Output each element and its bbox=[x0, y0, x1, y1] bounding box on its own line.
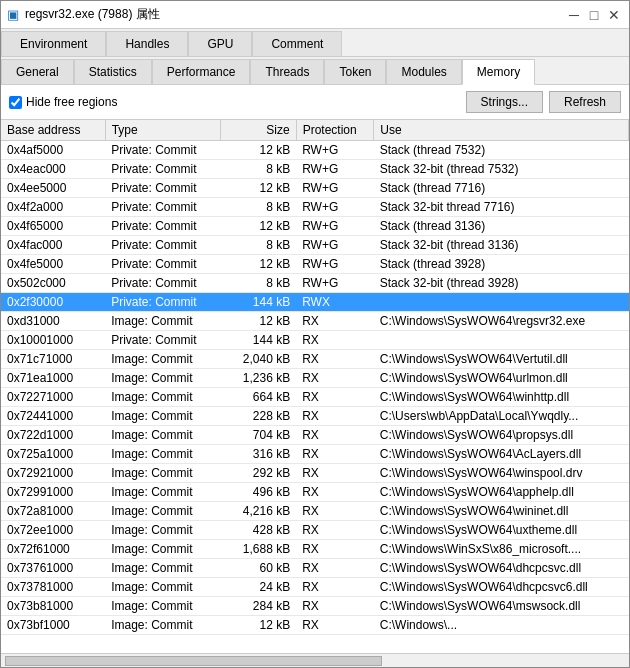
table-cell: Private: Commit bbox=[105, 293, 221, 312]
table-row[interactable]: 0x73bf1000Image: Commit12 kBRXC:\Windows… bbox=[1, 616, 629, 635]
horizontal-scrollbar[interactable] bbox=[1, 653, 629, 667]
tab-performance[interactable]: Performance bbox=[152, 59, 251, 84]
table-cell: RW+G bbox=[296, 179, 374, 198]
table-cell: 0x4ee5000 bbox=[1, 179, 105, 198]
table-cell: Image: Commit bbox=[105, 578, 221, 597]
tab-general[interactable]: General bbox=[1, 59, 74, 84]
col-header-prot[interactable]: Protection bbox=[296, 120, 374, 141]
table-row[interactable]: 0x4af5000Private: Commit12 kBRW+GStack (… bbox=[1, 141, 629, 160]
refresh-button[interactable]: Refresh bbox=[549, 91, 621, 113]
table-cell: C:\Windows\SysWOW64\AcLayers.dll bbox=[374, 445, 629, 464]
table-cell: 704 kB bbox=[221, 426, 296, 445]
table-cell: C:\Windows\SysWOW64\propsys.dll bbox=[374, 426, 629, 445]
table-cell: Image: Commit bbox=[105, 312, 221, 331]
table-cell: 0x502c000 bbox=[1, 274, 105, 293]
table-row[interactable]: 0x2f30000Private: Commit144 kBRWX bbox=[1, 293, 629, 312]
table-cell: Private: Commit bbox=[105, 331, 221, 350]
table-cell: Private: Commit bbox=[105, 198, 221, 217]
table-cell: RWX bbox=[296, 293, 374, 312]
table-row[interactable]: 0x73781000Image: Commit24 kBRXC:\Windows… bbox=[1, 578, 629, 597]
table-row[interactable]: 0x72f61000Image: Commit1,688 kBRXC:\Wind… bbox=[1, 540, 629, 559]
table-cell: Image: Commit bbox=[105, 540, 221, 559]
tab-token[interactable]: Token bbox=[324, 59, 386, 84]
table-row[interactable]: 0x71c71000Image: Commit2,040 kBRXC:\Wind… bbox=[1, 350, 629, 369]
table-row[interactable]: 0x4f65000Private: Commit12 kBRW+GStack (… bbox=[1, 217, 629, 236]
tab-modules[interactable]: Modules bbox=[386, 59, 461, 84]
table-row[interactable]: 0xd31000Image: Commit12 kBRXC:\Windows\S… bbox=[1, 312, 629, 331]
table-row[interactable]: 0x71ea1000Image: Commit1,236 kBRXC:\Wind… bbox=[1, 369, 629, 388]
table-row[interactable]: 0x72991000Image: Commit496 kBRXC:\Window… bbox=[1, 483, 629, 502]
tab-handles[interactable]: Handles bbox=[106, 31, 188, 56]
table-cell: C:\Windows\SysWOW64\winhttp.dll bbox=[374, 388, 629, 407]
table-row[interactable]: 0x72441000Image: Commit228 kBRXC:\Users\… bbox=[1, 407, 629, 426]
toolbar: Hide free regions Strings... Refresh bbox=[1, 85, 629, 120]
table-cell: 0x4eac000 bbox=[1, 160, 105, 179]
table-cell: 8 kB bbox=[221, 198, 296, 217]
col-header-type[interactable]: Type bbox=[105, 120, 221, 141]
table-cell: 0x73761000 bbox=[1, 559, 105, 578]
strings-button[interactable]: Strings... bbox=[466, 91, 543, 113]
table-cell: 0x71ea1000 bbox=[1, 369, 105, 388]
close-button[interactable]: ✕ bbox=[605, 6, 623, 24]
table-header-row: Base address Type Size Protection Use bbox=[1, 120, 629, 141]
tab-environment[interactable]: Environment bbox=[1, 31, 106, 56]
table-cell: 24 kB bbox=[221, 578, 296, 597]
table-row[interactable]: 0x4f2a000Private: Commit8 kBRW+GStack 32… bbox=[1, 198, 629, 217]
col-header-size[interactable]: Size bbox=[221, 120, 296, 141]
table-row[interactable]: 0x4eac000Private: Commit8 kBRW+GStack 32… bbox=[1, 160, 629, 179]
table-cell: 0x722d1000 bbox=[1, 426, 105, 445]
table-cell: RX bbox=[296, 483, 374, 502]
table-cell: 8 kB bbox=[221, 160, 296, 179]
table-row[interactable]: 0x722d1000Image: Commit704 kBRXC:\Window… bbox=[1, 426, 629, 445]
table-cell: Image: Commit bbox=[105, 464, 221, 483]
minimize-button[interactable]: ─ bbox=[565, 6, 583, 24]
maximize-button[interactable]: □ bbox=[585, 6, 603, 24]
col-header-base[interactable]: Base address bbox=[1, 120, 105, 141]
table-row[interactable]: 0x10001000Private: Commit144 kBRX bbox=[1, 331, 629, 350]
table-cell: C:\Windows\SysWOW64\urlmon.dll bbox=[374, 369, 629, 388]
table-cell: 0x72271000 bbox=[1, 388, 105, 407]
tab-statistics[interactable]: Statistics bbox=[74, 59, 152, 84]
table-cell: 0x72921000 bbox=[1, 464, 105, 483]
table-row[interactable]: 0x73761000Image: Commit60 kBRXC:\Windows… bbox=[1, 559, 629, 578]
tab-threads[interactable]: Threads bbox=[250, 59, 324, 84]
table-row[interactable]: 0x4fe5000Private: Commit12 kBRW+GStack (… bbox=[1, 255, 629, 274]
memory-table: Base address Type Size Protection Use 0x… bbox=[1, 120, 629, 635]
table-row[interactable]: 0x73b81000Image: Commit284 kBRXC:\Window… bbox=[1, 597, 629, 616]
app-icon: ▣ bbox=[7, 7, 19, 22]
table-row[interactable]: 0x72ee1000Image: Commit428 kBRXC:\Window… bbox=[1, 521, 629, 540]
table-row[interactable]: 0x725a1000Image: Commit316 kBRXC:\Window… bbox=[1, 445, 629, 464]
table-cell: 1,236 kB bbox=[221, 369, 296, 388]
table-row[interactable]: 0x4fac000Private: Commit8 kBRW+GStack 32… bbox=[1, 236, 629, 255]
table-cell: RW+G bbox=[296, 274, 374, 293]
table-cell: C:\Windows\SysWOW64\wininet.dll bbox=[374, 502, 629, 521]
table-cell bbox=[374, 293, 629, 312]
table-cell: 0x72ee1000 bbox=[1, 521, 105, 540]
table-cell: Stack 32-bit (thread 3136) bbox=[374, 236, 629, 255]
top-tab-row: Environment Handles GPU Comment bbox=[1, 29, 629, 57]
table-cell: C:\Windows\SysWOW64\apphelp.dll bbox=[374, 483, 629, 502]
table-cell: Private: Commit bbox=[105, 274, 221, 293]
table-row[interactable]: 0x72921000Image: Commit292 kBRXC:\Window… bbox=[1, 464, 629, 483]
table-cell: RW+G bbox=[296, 160, 374, 179]
table-cell: 316 kB bbox=[221, 445, 296, 464]
tab-memory[interactable]: Memory bbox=[462, 59, 535, 85]
table-row[interactable]: 0x4ee5000Private: Commit12 kBRW+GStack (… bbox=[1, 179, 629, 198]
table-cell: 60 kB bbox=[221, 559, 296, 578]
tab-comment[interactable]: Comment bbox=[252, 31, 342, 56]
table-cell: RX bbox=[296, 312, 374, 331]
table-cell: 664 kB bbox=[221, 388, 296, 407]
col-header-use[interactable]: Use bbox=[374, 120, 629, 141]
table-cell: Image: Commit bbox=[105, 407, 221, 426]
table-cell: RW+G bbox=[296, 217, 374, 236]
table-container[interactable]: Base address Type Size Protection Use 0x… bbox=[1, 120, 629, 653]
table-row[interactable]: 0x502c000Private: Commit8 kBRW+GStack 32… bbox=[1, 274, 629, 293]
table-cell: Image: Commit bbox=[105, 616, 221, 635]
table-row[interactable]: 0x72a81000Image: Commit4,216 kBRXC:\Wind… bbox=[1, 502, 629, 521]
table-row[interactable]: 0x72271000Image: Commit664 kBRXC:\Window… bbox=[1, 388, 629, 407]
hide-free-regions-checkbox-label[interactable]: Hide free regions bbox=[9, 95, 117, 109]
table-cell: RX bbox=[296, 540, 374, 559]
table-cell: Stack 32-bit (thread 3928) bbox=[374, 274, 629, 293]
hide-free-regions-checkbox[interactable] bbox=[9, 96, 22, 109]
tab-gpu[interactable]: GPU bbox=[188, 31, 252, 56]
